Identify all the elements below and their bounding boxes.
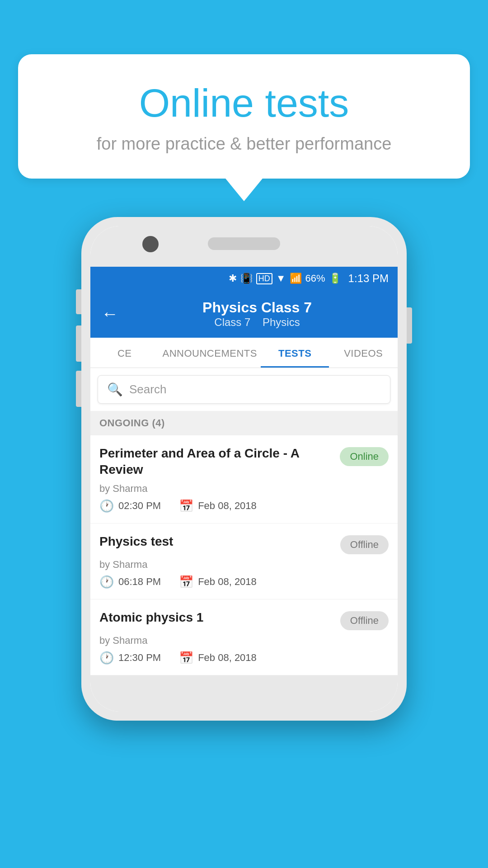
phone-bottom-bezel [90, 675, 398, 712]
phone-top-bezel [90, 226, 398, 267]
signal-icon: 📶 [290, 273, 302, 284]
bluetooth-icon: ✱ [229, 273, 237, 284]
search-icon: 🔍 [107, 382, 123, 397]
hd-icon: HD [256, 273, 272, 284]
status-badge: Offline [340, 535, 389, 554]
date-value: Feb 08, 2018 [198, 500, 257, 512]
search-bar[interactable]: 🔍 Search [98, 375, 390, 404]
test-name: Atomic physics 1 [99, 609, 333, 626]
app-bar-title: Physics Class 7 [127, 299, 387, 316]
time-value: 12:30 PM [118, 652, 161, 664]
vibrate-icon: 📳 [240, 273, 253, 284]
test-author: by Sharma [99, 483, 389, 495]
subtitle-class: Class 7 [214, 316, 250, 328]
test-meta: 🕐 06:18 PM 📅 Feb 08, 2018 [99, 575, 389, 589]
bubble-title: Online tests [45, 81, 443, 125]
status-bar: ✱ 📳 HD ▼ 📶 66% 🔋 1:13 PM [90, 267, 398, 290]
clock-icon: 🕐 [99, 651, 114, 665]
subtitle-subject: Physics [263, 316, 300, 328]
tab-ce[interactable]: CE [90, 338, 159, 368]
test-list: Perimeter and Area of a Circle - A Revie… [90, 435, 398, 675]
battery-percent: 66% [305, 273, 325, 284]
front-camera [142, 236, 159, 252]
test-time: 🕐 06:18 PM [99, 575, 161, 589]
test-time: 🕐 12:30 PM [99, 651, 161, 665]
test-name: Physics test [99, 533, 333, 550]
volume-down-button [76, 326, 81, 362]
date-value: Feb 08, 2018 [198, 652, 257, 664]
calendar-icon: 📅 [179, 651, 193, 665]
tab-tests[interactable]: TESTS [261, 338, 329, 368]
tab-announcements[interactable]: ANNOUNCEMENTS [159, 338, 261, 368]
search-container: 🔍 Search [90, 368, 398, 411]
test-item[interactable]: Physics test Offline by Sharma 🕐 06:18 P… [90, 524, 398, 599]
back-button[interactable]: ← [101, 304, 118, 324]
speech-bubble: Online tests for more practice & better … [18, 54, 470, 179]
status-time: 1:13 PM [348, 272, 389, 285]
test-meta: 🕐 02:30 PM 📅 Feb 08, 2018 [99, 499, 389, 513]
test-item[interactable]: Perimeter and Area of a Circle - A Revie… [90, 435, 398, 524]
test-name: Perimeter and Area of a Circle - A Revie… [99, 445, 333, 478]
earpiece-speaker [208, 237, 280, 250]
bubble-subtitle: for more practice & better performance [45, 134, 443, 154]
tab-videos[interactable]: VIDEOS [329, 338, 398, 368]
phone-screen: ✱ 📳 HD ▼ 📶 66% 🔋 1:13 PM ← Physics Class [90, 267, 398, 675]
tabs-bar: CE ANNOUNCEMENTS TESTS VIDEOS [90, 338, 398, 368]
wifi-icon: ▼ [276, 273, 286, 284]
app-bar-title-section: Physics Class 7 Class 7 Physics [127, 299, 387, 329]
time-value: 02:30 PM [118, 500, 161, 512]
test-meta: 🕐 12:30 PM 📅 Feb 08, 2018 [99, 651, 389, 665]
clock-icon: 🕐 [99, 499, 114, 513]
status-icons: ✱ 📳 HD ▼ 📶 66% 🔋 1:13 PM [229, 272, 389, 285]
silent-button [76, 371, 81, 407]
volume-up-button [76, 289, 81, 314]
calendar-icon: 📅 [179, 499, 193, 513]
phone-device: ✱ 📳 HD ▼ 📶 66% 🔋 1:13 PM ← Physics Class [81, 217, 407, 721]
section-header-ongoing: ONGOING (4) [90, 411, 398, 435]
test-author: by Sharma [99, 635, 389, 646]
status-badge: Offline [340, 611, 389, 630]
power-button [407, 307, 412, 344]
test-item[interactable]: Atomic physics 1 Offline by Sharma 🕐 12:… [90, 599, 398, 675]
time-value: 06:18 PM [118, 576, 161, 588]
app-bar: ← Physics Class 7 Class 7 Physics [90, 290, 398, 338]
test-author: by Sharma [99, 559, 389, 571]
calendar-icon: 📅 [179, 575, 193, 589]
test-date: 📅 Feb 08, 2018 [179, 651, 257, 665]
clock-icon: 🕐 [99, 575, 114, 589]
search-placeholder: Search [129, 382, 166, 396]
status-badge: Online [340, 447, 389, 466]
test-date: 📅 Feb 08, 2018 [179, 575, 257, 589]
battery-icon: 🔋 [329, 273, 341, 284]
app-bar-subtitle: Class 7 Physics [127, 316, 387, 329]
test-time: 🕐 02:30 PM [99, 499, 161, 513]
date-value: Feb 08, 2018 [198, 576, 257, 588]
test-date: 📅 Feb 08, 2018 [179, 499, 257, 513]
